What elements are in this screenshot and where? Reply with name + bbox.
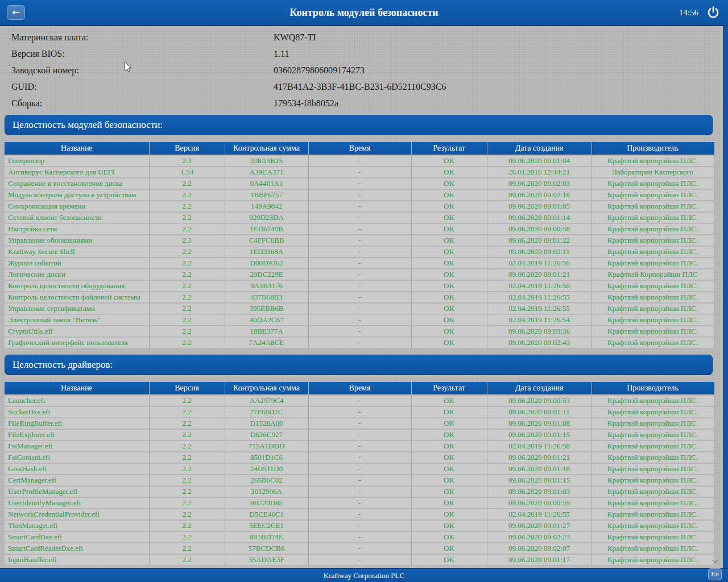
table-cell: 24D511D0 <box>225 463 308 475</box>
column-header: Время <box>308 142 411 155</box>
table-cell: 09.06.2020 09:01:04 <box>487 155 592 167</box>
table-cell: 2.2 <box>149 280 225 292</box>
table-cell: Крафтвэй корпорэйшн ПЛС. <box>592 497 714 509</box>
table-cell: 18BE377A <box>225 326 308 337</box>
table-row: Электронный замок "Витязь"2.240DA2C67-OK… <box>5 314 714 326</box>
table-row: SmartCardDxe.efi2.2845BD74E-OK09.06.2020… <box>5 531 714 543</box>
column-header: Производитель <box>592 382 714 395</box>
table-cell: Launcher.efi <box>5 395 149 406</box>
table-row: UserProfileManager.efi2.23012906A-OK09.0… <box>5 486 714 497</box>
language-badge[interactable]: En <box>708 568 722 580</box>
table-cell: Логические диски <box>5 269 149 280</box>
table-cell: - <box>308 429 411 440</box>
table-header-row: НазваниеВерсияКонтрольная суммаВремяРезу… <box>5 382 714 395</box>
table-cell: Антивирус Касперского для UEFI <box>5 167 149 178</box>
table-cell: - <box>308 269 411 280</box>
table-cell: - <box>308 201 411 212</box>
table-row: CertManager.efi2.2265B6C02-OK09.06.2020 … <box>5 475 714 486</box>
table-cell: 2.2 <box>149 337 225 348</box>
table-cell: Kraftway Secure Shell <box>5 246 149 257</box>
table-cell: 40DA2C67 <box>225 314 308 326</box>
table-cell: A39CA371 <box>225 167 308 178</box>
table-cell: Крафтвэй корпорэйшн ПЛС. <box>592 475 714 486</box>
footer-bar: Kraftway Corporation PLC <box>0 568 728 582</box>
column-header: Версия <box>149 382 225 395</box>
info-row: Сборка:179534-f8b8052a <box>11 95 717 111</box>
info-value: 03602879806009174273 <box>274 65 717 76</box>
table-cell: Модуль контроля доступа к устройствам <box>5 189 149 201</box>
table-row: Управление обновлениями2.3C4FFC6BB-OK09.… <box>5 235 714 246</box>
table-row: Журнал событий2.2D00D9362-OK02.04.2019 1… <box>5 257 714 269</box>
table-cell: 2.2 <box>149 269 225 280</box>
table-cell: - <box>308 337 411 348</box>
table-cell: Крафтвэй корпорэйшн ПЛС. <box>592 531 714 543</box>
table-cell: Крафтвэй корпорэйшн ПЛС. <box>592 406 714 418</box>
table-cell: 09.06.2020 09:03:36 <box>487 326 592 337</box>
column-header: Результат <box>411 382 487 395</box>
table-cell: Управление сертификатами <box>5 303 149 314</box>
table-cell: Гипервизор <box>5 155 149 167</box>
table-cell: OK <box>411 246 487 257</box>
power-icon[interactable] <box>706 6 720 19</box>
table-cell: 09.06.2020 09:01:15 <box>487 475 592 486</box>
table-cell: 09.06.2020 09:00:58 <box>487 223 592 235</box>
table-cell: Крафтвэй корпорэйшн ПЛС. <box>592 235 714 246</box>
table-cell: D00D9362 <box>225 257 308 269</box>
table-cell: - <box>308 486 411 497</box>
info-value: 417B41A2-3B3F-41BC-B231-6D52110C93C6 <box>274 82 717 92</box>
table-cell: Крафтвэй корпорэйшн ПЛС. <box>592 337 714 348</box>
scrollbar[interactable] <box>723 26 728 568</box>
table-cell: FileRingBuffer.efi <box>5 418 149 429</box>
table-cell: - <box>308 418 411 429</box>
table-cell: 2.2 <box>149 440 225 452</box>
table-cell: 9A3B3176 <box>225 280 308 292</box>
table-cell: - <box>308 520 411 531</box>
table-cell: 2.2 <box>149 395 225 406</box>
table-cell: 2.2 <box>149 212 225 223</box>
table-cell: 29DC229E <box>225 269 308 280</box>
table-cell: Крафтвэй корпорэйшн ПЛС. <box>592 246 714 257</box>
table-cell: Крафтвэй корпорэйшн ПЛС. <box>592 463 714 475</box>
table-cell: OK <box>411 280 487 292</box>
table-cell: - <box>308 178 411 189</box>
table-row: TbmManager.efi2.25EEC2CE1-OK09.06.2020 0… <box>5 520 714 531</box>
footer-text: Kraftway Corporation PLC <box>324 571 404 580</box>
table-cell: Крафтвэй корпорэйшн ПЛС. <box>592 155 714 167</box>
column-header: Производитель <box>592 142 714 155</box>
column-header: Контрольная сумма <box>225 142 308 155</box>
column-header: Название <box>5 142 149 155</box>
table-row: Контроль целостности оборудования2.29A3B… <box>5 280 714 292</box>
table-cell: - <box>308 155 411 167</box>
table-cell: OK <box>411 395 487 406</box>
table-cell: 2.2 <box>149 452 225 463</box>
table-row: SocketDxe.efi2.227F68D7C-OK09.06.2020 09… <box>5 406 714 418</box>
system-info: Материнская плата:KWQ87-TIВерсия BIOS:1.… <box>11 29 717 111</box>
info-label: Заводской номер: <box>11 65 274 76</box>
table-cell: 5EEC2CE1 <box>225 520 308 531</box>
table-cell: OK <box>411 201 487 212</box>
table-cell: 2.2 <box>149 292 225 303</box>
table-cell: 09.06.2020 09:02:11 <box>487 246 592 257</box>
table-cell: OK <box>411 155 487 167</box>
info-row: Заводской номер:03602879806009174273 <box>11 62 717 78</box>
table-row: Сетевой клиент безопасности2.2929D23DA-O… <box>5 212 714 223</box>
table-cell: C4FFC6BB <box>225 235 308 246</box>
table-cell: OK <box>411 554 487 566</box>
table-cell: 2.2 <box>149 223 225 235</box>
table-cell: 149A9042 <box>225 201 308 212</box>
table-cell: 2.2 <box>149 178 225 189</box>
table-cell: Крафтвэй корпорэйшн ПЛС. <box>592 314 714 326</box>
info-value: 1.11 <box>274 49 717 59</box>
table-cell: 2.2 <box>149 314 225 326</box>
table-cell: - <box>308 280 411 292</box>
info-value: KWQ87-TI <box>274 32 717 43</box>
section-header-modules: Целостность модулей безопасности: <box>5 115 713 135</box>
table-cell: D1528A00 <box>225 418 308 429</box>
table-cell: Контроль целостности оборудования <box>5 280 149 292</box>
table-cell: - <box>308 497 411 509</box>
table-cell: OK <box>411 223 487 235</box>
table-cell: - <box>308 223 411 235</box>
topbar-right: 14:56 <box>679 0 720 25</box>
table-cell: Электронный замок "Витязь" <box>5 314 149 326</box>
table-cell: - <box>308 292 411 303</box>
